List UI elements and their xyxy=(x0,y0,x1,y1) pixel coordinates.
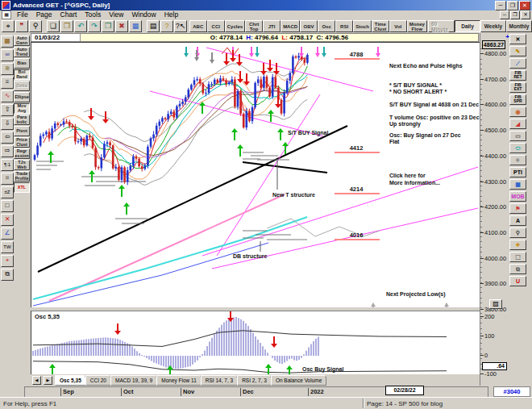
web-tool-icon[interactable]: ✳ xyxy=(509,155,526,165)
close-button[interactable]: ✕ xyxy=(519,1,530,10)
undo-icon[interactable]: U xyxy=(509,276,526,286)
pointer-tool-icon[interactable]: ⌖ xyxy=(2,20,15,32)
indicator-jti-button[interactable]: JTI xyxy=(263,20,281,32)
print-icon[interactable]: ▤ xyxy=(147,20,160,32)
price-chart-pane[interactable]: 4788441242144016S/T BUY SignalNew T stru… xyxy=(31,42,481,309)
study-auto-gann-button[interactable]: Auto Gann xyxy=(14,35,30,46)
study-pivot-button[interactable]: Pivot xyxy=(14,126,30,136)
timeframe-60-minute-button[interactable]: 60 Minute xyxy=(428,20,455,32)
chart-style-icon[interactable]: ▦ xyxy=(129,20,142,32)
indicator-time-clust-button[interactable]: Time Clust xyxy=(372,20,389,32)
indicator-chrt-top-button[interactable]: Chrt Top xyxy=(245,20,263,32)
menu-help[interactable]: Help xyxy=(160,10,182,19)
minimize-button[interactable]: ─ xyxy=(495,1,506,10)
child-minimize-button[interactable]: ─ xyxy=(500,10,509,19)
study-auto-trend-button[interactable]: Auto Trend xyxy=(14,47,30,57)
ratio-icon[interactable]: ¶:1 xyxy=(1,159,14,171)
price-chart-canvas[interactable]: 4788441242144016S/T BUY SignalNew T stru… xyxy=(31,43,480,308)
study-tjs-web-button[interactable]: TJs Web xyxy=(14,160,30,170)
restore-button[interactable]: ❐ xyxy=(507,1,518,10)
timeframe-monthly-button[interactable]: Monthly xyxy=(506,20,532,32)
shapes-icon[interactable]: ❖ xyxy=(509,240,526,250)
chart-file-icon[interactable]: ▦ xyxy=(1,35,14,48)
gann-circle-icon[interactable]: ◉ xyxy=(509,106,526,117)
indicator-obv-button[interactable]: OBV xyxy=(300,20,318,32)
timeframe-weekly-button[interactable]: Weekly xyxy=(480,20,506,32)
study-delta-button[interactable]: Delta xyxy=(14,81,30,91)
oscillator-canvas[interactable]: Osc 5,35Osc Buy Signal xyxy=(31,311,480,375)
info-link[interactable]: Click here for xyxy=(389,173,426,178)
indicator-osc-button[interactable]: Osc xyxy=(318,20,335,32)
paste-icon[interactable]: ❒ xyxy=(102,20,114,32)
quote-window-icon[interactable]: ❞ xyxy=(15,20,28,32)
mob-icon[interactable]: MOB xyxy=(509,191,526,202)
tab-osc-5-35[interactable]: Osc 5,35 xyxy=(55,375,86,386)
tw-tool-icon[interactable]: TW xyxy=(1,241,14,253)
tab-on-balance-volume[interactable]: On Balance Volume xyxy=(271,375,326,386)
study-price-clust-button[interactable]: Price Clust xyxy=(14,137,30,148)
cancel-draw-icon[interactable]: ✕ xyxy=(509,34,526,44)
indicator-macd-button[interactable]: MACD xyxy=(281,20,300,32)
new-chart-icon[interactable]: ❏ xyxy=(47,20,60,32)
draw-trendline-icon[interactable]: ∠ xyxy=(1,227,14,240)
zoom-tool-icon[interactable]: ⚲ xyxy=(509,227,526,238)
study-bol-band-button[interactable]: Bol Band xyxy=(14,69,30,80)
child-restore-button[interactable]: ❐ xyxy=(510,10,520,19)
delete-icon[interactable]: ✖ xyxy=(115,20,128,32)
tab-rsi-2-7-3[interactable]: RSI 2, 7, 3 xyxy=(237,375,272,386)
study-ellipse-button[interactable]: Ellipse xyxy=(14,92,30,102)
grid-icon[interactable]: ▦ xyxy=(509,179,526,190)
indicator-stoch-button[interactable]: Stoch xyxy=(353,20,372,32)
menu-file[interactable]: File xyxy=(13,10,32,19)
pencil-icon[interactable]: ✎ xyxy=(509,46,526,56)
arrow-down-icon[interactable]: ⇩ xyxy=(1,118,14,130)
open-chart-icon[interactable]: ❐ xyxy=(60,20,73,32)
tab-cci-20[interactable]: CCI 20 xyxy=(85,375,111,386)
arrow-left-icon[interactable]: ⇦ xyxy=(1,131,14,144)
indicator-rsi-button[interactable]: RSI xyxy=(335,20,353,32)
indicator-abc-button[interactable]: ABC xyxy=(189,20,207,32)
scale-icon[interactable]: ±Z xyxy=(1,186,14,198)
scroll-icon[interactable]: ≋ xyxy=(1,63,14,75)
flag-icon[interactable]: ⚑ xyxy=(509,203,526,214)
pti-icon[interactable]: PTI xyxy=(509,167,526,177)
study-icon[interactable]: ≡ xyxy=(1,77,14,89)
menu-page[interactable]: Page xyxy=(32,10,56,19)
back-icon[interactable]: ↶ xyxy=(74,20,87,32)
clone-window-icon[interactable]: ⧉ xyxy=(1,269,14,281)
menu-chart[interactable]: Chart xyxy=(56,10,81,19)
gann-fan-icon[interactable]: ◢ xyxy=(509,119,526,129)
indicator-money-flow-button[interactable]: Money Flow xyxy=(407,20,427,32)
app-icon[interactable] xyxy=(2,1,10,10)
crosshair-icon[interactable]: + xyxy=(1,255,14,267)
study-regr-ession-button[interactable]: Regr ession xyxy=(14,148,30,159)
delete-lines-icon[interactable]: ✕ xyxy=(1,214,14,226)
bar-spacing-icon[interactable]: ⌗ xyxy=(1,173,14,185)
study-mov-avg-button[interactable]: Mov Avg xyxy=(14,103,30,114)
tab-macd-19-39-9[interactable]: MACD 19, 39, 9 xyxy=(110,375,157,386)
study-xtl-button[interactable]: XTL xyxy=(14,182,30,193)
menu-window[interactable]: Window xyxy=(127,10,160,19)
study-trade-profile-button[interactable]: Trade Profile xyxy=(14,171,30,182)
indicator-vol-button[interactable]: Vol xyxy=(389,20,407,32)
info-link[interactable]: More Information... xyxy=(389,180,440,186)
fib-spiral-icon[interactable]: FIBSPR xyxy=(509,94,526,105)
child-window-icon[interactable]: ▦ xyxy=(2,10,11,19)
blank-box-icon[interactable]: □ xyxy=(1,200,14,212)
copy-page-icon[interactable]: ⧉ xyxy=(509,264,526,274)
child-close-button[interactable]: ✕ xyxy=(521,10,530,19)
tab-money-flow-11[interactable]: Money Flow 11 xyxy=(156,375,202,386)
fib-retracement-icon[interactable]: FIBRET xyxy=(509,70,526,81)
zoom-icon[interactable]: ⚲ xyxy=(29,20,42,32)
arrow-right-icon[interactable]: ⇨ xyxy=(1,145,14,157)
menu-tools[interactable]: Tools xyxy=(81,10,105,19)
menu-view[interactable]: View xyxy=(105,10,127,19)
text-tool-icon[interactable]: A xyxy=(509,215,526,226)
help-icon[interactable]: ? xyxy=(160,20,173,32)
context-help-icon[interactable]: ?↖ xyxy=(174,20,187,32)
ellipse-tool-icon[interactable]: ⬭ xyxy=(509,143,526,153)
study-para-bolic-button[interactable]: Para bolic xyxy=(14,115,30,125)
axis-chart-icon[interactable]: ▨ xyxy=(489,299,502,309)
trendline-icon[interactable]: ⟋ xyxy=(509,58,526,69)
elliott-wave-icon[interactable]: ∿ xyxy=(1,90,14,102)
